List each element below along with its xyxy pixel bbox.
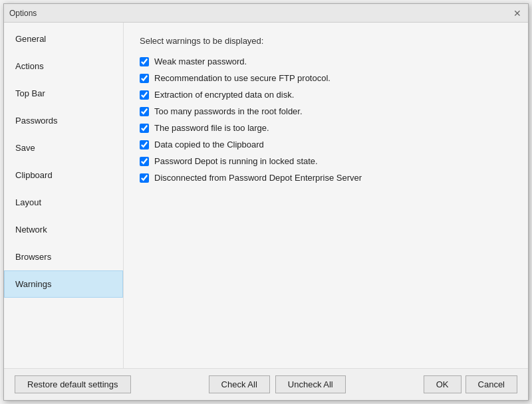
checkbox-label-secure-ftp: Recommendation to use secure FTP protoco… — [154, 73, 331, 83]
checkbox-locked-state[interactable] — [140, 157, 149, 166]
uncheck-all-button[interactable]: Uncheck All — [275, 375, 346, 393]
restore-defaults-button[interactable]: Restore default settings — [15, 375, 131, 393]
checkbox-encrypted-disk[interactable] — [140, 90, 149, 100]
checkbox-label-file-too-large: The password file is too large. — [154, 123, 269, 133]
checkbox-label-too-many-passwords: Too many passwords in the root folder. — [154, 106, 303, 116]
dialog-body: GeneralActionsTop BarPasswordsSaveClipbo… — [4, 23, 528, 368]
checkbox-row-encrypted-disk: Extraction of encrypted data on disk. — [140, 90, 512, 100]
sidebar-item-passwords[interactable]: Passwords — [4, 107, 123, 134]
checkbox-row-locked-state: Password Depot is running in locked stat… — [140, 156, 512, 166]
footer-actions: Restore default settings Check All Unche… — [15, 375, 517, 393]
checkbox-row-file-too-large: The password file is too large. — [140, 123, 512, 133]
checkbox-label-disconnected: Disconnected from Password Depot Enterpr… — [154, 173, 362, 183]
checkbox-weak-master[interactable] — [140, 57, 149, 66]
sidebar-item-actions[interactable]: Actions — [4, 52, 123, 80]
checkbox-label-weak-master: Weak master password. — [154, 56, 247, 66]
checkbox-label-clipboard-copy: Data copied to the Clipboard — [154, 140, 264, 150]
checkbox-too-many-passwords[interactable] — [140, 107, 149, 116]
sidebar-item-top-bar[interactable]: Top Bar — [4, 80, 123, 107]
title-bar: Options ✕ — [4, 4, 528, 23]
content-area: Select warnings to be displayed: Weak ma… — [124, 23, 528, 368]
checkbox-row-too-many-passwords: Too many passwords in the root folder. — [140, 106, 512, 116]
close-button[interactable]: ✕ — [512, 8, 523, 19]
sidebar-item-browsers[interactable]: Browsers — [4, 243, 123, 270]
checkbox-label-encrypted-disk: Extraction of encrypted data on disk. — [154, 90, 294, 100]
checkbox-label-locked-state: Password Depot is running in locked stat… — [154, 156, 318, 166]
sidebar-item-network[interactable]: Network — [4, 216, 123, 243]
checkbox-secure-ftp[interactable] — [140, 74, 149, 83]
sidebar-item-clipboard[interactable]: Clipboard — [4, 161, 123, 189]
sidebar-item-warnings[interactable]: Warnings — [4, 270, 123, 298]
checkbox-file-too-large[interactable] — [140, 124, 149, 133]
checkbox-row-weak-master: Weak master password. — [140, 56, 512, 66]
check-all-button[interactable]: Check All — [209, 375, 270, 393]
checkbox-clipboard-copy[interactable] — [140, 140, 149, 150]
checkbox-row-clipboard-copy: Data copied to the Clipboard — [140, 140, 512, 150]
sidebar-item-general[interactable]: General — [4, 25, 123, 52]
cancel-button[interactable]: Cancel — [466, 375, 517, 393]
sidebar-item-layout[interactable]: Layout — [4, 189, 123, 216]
checkbox-disconnected[interactable] — [140, 173, 149, 183]
checkbox-row-disconnected: Disconnected from Password Depot Enterpr… — [140, 173, 512, 183]
content-title: Select warnings to be displayed: — [140, 36, 512, 46]
options-dialog: Options ✕ GeneralActionsTop BarPasswords… — [3, 3, 529, 401]
ok-button[interactable]: OK — [424, 375, 462, 393]
checkbox-row-secure-ftp: Recommendation to use secure FTP protoco… — [140, 73, 512, 83]
sidebar-item-save[interactable]: Save — [4, 134, 123, 161]
sidebar: GeneralActionsTop BarPasswordsSaveClipbo… — [4, 23, 124, 368]
dialog-footer: Restore default settings Check All Unche… — [4, 368, 528, 400]
dialog-title: Options — [9, 9, 37, 18]
